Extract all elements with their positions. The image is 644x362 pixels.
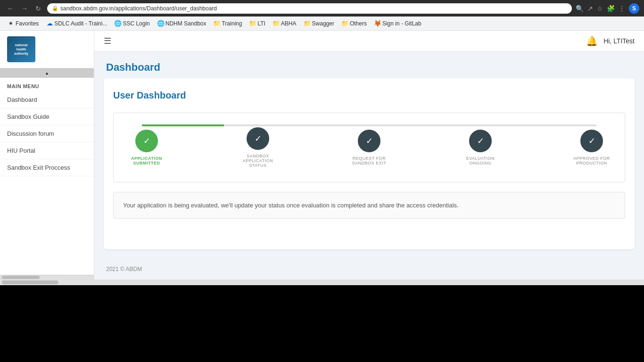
horizontal-scrollbar[interactable] xyxy=(0,280,644,285)
step-label-2: SANDBOX APPLICATIONSTATUS xyxy=(234,154,281,168)
bookmark-label: ABHA xyxy=(281,20,297,27)
browser-actions: 🔍 ↗ ☆ 🧩 ⋮ S xyxy=(576,3,639,14)
status-text: Your application is being evaluated, we'… xyxy=(123,202,615,209)
sidebar-item-sandbox-guide[interactable]: Sandbox Guide xyxy=(0,108,94,125)
checkmark-icon-5: ✓ xyxy=(588,136,595,146)
bookmark-gitlab[interactable]: 🦊 Sign in - GitLab xyxy=(372,19,424,28)
dashboard-header: ☰ 🔔 Hi, LTITest xyxy=(94,31,644,52)
footer-text: 2021 © ABDM xyxy=(106,266,142,272)
address-bar[interactable]: 🔒 sandbox.abdm.gov.in/applications/Dashb… xyxy=(47,3,572,14)
sidebar-item-hiu-portal[interactable]: HIU Portal xyxy=(0,142,94,159)
bookmark-label: NDHM Sandbox xyxy=(165,20,206,27)
user-greeting: Hi, LTITest xyxy=(603,37,635,45)
favorites-icon: ★ xyxy=(8,20,14,27)
step-circle-2: ✓ xyxy=(247,127,269,150)
page-title: Dashboard xyxy=(94,52,644,78)
status-message-box: Your application is being evaluated, we'… xyxy=(113,192,625,219)
page-layout: nationalhealthauthority ▲ MAIN MENU Dash… xyxy=(0,31,644,280)
notification-bell-icon[interactable]: 🔔 xyxy=(586,35,598,47)
lock-icon: 🔒 xyxy=(52,5,58,11)
sidebar-main-menu-label: MAIN MENU xyxy=(0,78,94,91)
step-label-5: APPROVED FOR PRODUCTION xyxy=(568,156,615,165)
page-footer: 2021 © ABDM xyxy=(94,259,644,280)
globe-icon: 🌐 xyxy=(115,20,121,27)
bookmark-label: Swagger xyxy=(312,20,334,27)
step-circle-4: ✓ xyxy=(469,130,492,152)
sidebar-item-sandbox-exit[interactable]: Sandbox Exit Proccess xyxy=(0,159,94,176)
dashboard-main-area: ☰ 🔔 Hi, LTITest Dashboard User Dashboard xyxy=(94,31,644,280)
user-dashboard-title: User Dashboard xyxy=(113,90,625,101)
bookmark-others[interactable]: 📁 Others xyxy=(339,19,370,28)
step-application-submitted: ✓ APPLICATION SUBMITTED xyxy=(123,130,170,165)
bookmark-label: SSC Login xyxy=(123,20,149,27)
bookmark-label: LTI xyxy=(257,20,265,27)
step-approved-production: ✓ APPROVED FOR PRODUCTION xyxy=(568,130,615,165)
logo-text: nationalhealthauthority xyxy=(14,43,28,56)
gitlab-icon: 🦊 xyxy=(374,20,381,27)
scrollbar-thumb xyxy=(2,280,58,284)
sidebar-logo: nationalhealthauthority xyxy=(0,31,94,68)
folder-icon: 📁 xyxy=(342,20,348,27)
profile-avatar[interactable]: S xyxy=(629,3,639,14)
header-right: 🔔 Hi, LTITest xyxy=(586,35,635,47)
sidebar-bottom-scrollbar[interactable] xyxy=(0,275,94,280)
bookmark-label: SDLC Audit - Traini... xyxy=(54,20,107,27)
bookmark-training[interactable]: 📁 Training xyxy=(211,19,245,28)
step-circle-1: ✓ xyxy=(135,130,158,152)
folder-icon: 📁 xyxy=(214,20,220,27)
bookmark-sdlc[interactable]: ☁ SDLC Audit - Traini... xyxy=(43,19,110,28)
step-connector-fill xyxy=(142,124,224,126)
sidebar-item-dashboard[interactable]: Dashboard xyxy=(0,91,94,108)
bookmark-label: Favorites xyxy=(16,20,39,27)
bookmark-ssc[interactable]: 🌐 SSC Login xyxy=(112,19,152,28)
sidebar-scroll-thumb xyxy=(2,276,40,279)
ndhm-icon: 🌐 xyxy=(157,20,164,27)
card-spacer xyxy=(113,219,625,238)
search-icon[interactable]: 🔍 xyxy=(576,5,584,12)
checkmark-icon-3: ✓ xyxy=(366,136,373,146)
extensions-icon[interactable]: 🧩 xyxy=(607,5,615,12)
step-label-3: REQUEST FOR SANDBOX EXIT xyxy=(346,156,393,165)
steps-container: ✓ APPLICATION SUBMITTED ✓ SANDBOX APPLIC… xyxy=(113,113,625,182)
step-label-1: APPLICATION SUBMITTED xyxy=(123,156,170,165)
cloud-icon: ☁ xyxy=(46,20,53,27)
bookmark-favorites[interactable]: ★ Favorites xyxy=(5,19,41,28)
browser-menu-icon[interactable]: ⋮ xyxy=(619,5,625,12)
sidebar: nationalhealthauthority ▲ MAIN MENU Dash… xyxy=(0,31,94,280)
checkmark-icon-4: ✓ xyxy=(477,136,484,146)
bookmark-label: Training xyxy=(222,20,242,27)
bookmark-lti[interactable]: 📁 LTI xyxy=(247,19,268,28)
sidebar-scroll-up[interactable]: ▲ xyxy=(0,68,94,78)
step-sandbox-exit: ✓ REQUEST FOR SANDBOX EXIT xyxy=(346,130,393,165)
bookmark-label: Sign in - GitLab xyxy=(382,20,421,27)
step-sandbox-application: ✓ SANDBOX APPLICATIONSTATUS xyxy=(234,127,281,168)
bookmark-abha[interactable]: 📁 ABHA xyxy=(270,19,299,28)
step-evaluation-ongoing: ✓ EVALUATION ONGOING xyxy=(457,130,504,165)
back-button[interactable]: ← xyxy=(5,4,16,13)
browser-top-bar: ← → ↻ 🔒 sandbox.abdm.gov.in/applications… xyxy=(0,0,644,16)
browser-controls: ← → ↻ xyxy=(5,4,43,13)
step-label-4: EVALUATION ONGOING xyxy=(457,156,504,165)
folder-icon: 📁 xyxy=(304,20,311,27)
checkmark-icon-2: ✓ xyxy=(255,133,262,144)
folder-icon: 📁 xyxy=(273,20,280,27)
forward-button[interactable]: → xyxy=(19,4,30,13)
share-icon[interactable]: ↗ xyxy=(587,5,593,12)
bookmarks-bar: ★ Favorites ☁ SDLC Audit - Traini... 🌐 S… xyxy=(0,16,644,31)
bookmark-star-icon[interactable]: ☆ xyxy=(597,5,603,12)
bookmark-label: Others xyxy=(350,20,367,27)
bookmark-ndhm[interactable]: 🌐 NDHM Sandbox xyxy=(155,19,209,28)
steps-row: ✓ APPLICATION SUBMITTED ✓ SANDBOX APPLIC… xyxy=(123,127,615,168)
checkmark-icon-1: ✓ xyxy=(143,136,150,146)
folder-icon: 📁 xyxy=(249,20,256,27)
url-text: sandbox.abdm.gov.in/applications/Dashboa… xyxy=(60,5,217,12)
sidebar-item-discussion-forum[interactable]: Discussion forum xyxy=(0,125,94,142)
bookmark-swagger[interactable]: 📁 Swagger xyxy=(301,19,337,28)
step-circle-5: ✓ xyxy=(580,130,603,152)
dashboard-card: User Dashboard ✓ APPLICATION SUBMITTED xyxy=(104,78,635,249)
logo-image: nationalhealthauthority xyxy=(7,36,35,62)
hamburger-menu-icon[interactable]: ☰ xyxy=(104,36,111,46)
refresh-button[interactable]: ↻ xyxy=(33,4,43,13)
step-connector-track xyxy=(142,124,596,126)
step-circle-3: ✓ xyxy=(358,130,380,152)
